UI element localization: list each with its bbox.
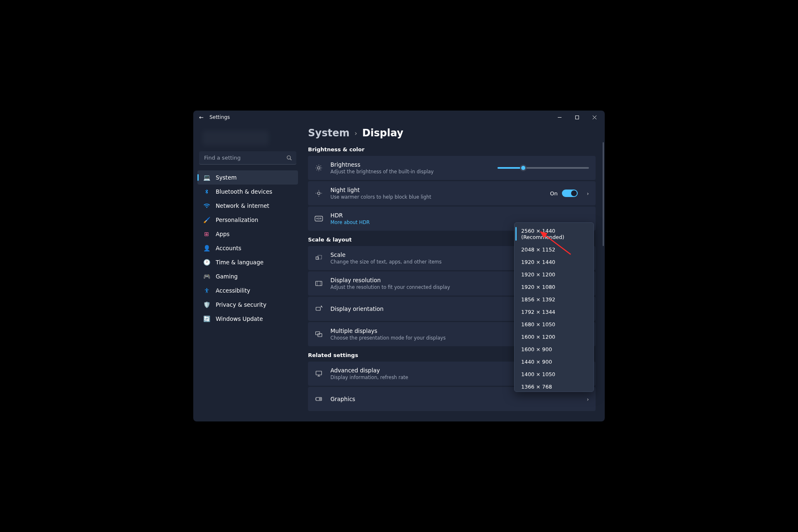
brightness-title: Brightness: [330, 161, 490, 168]
svg-rect-1: [575, 116, 579, 119]
app-title: Settings: [209, 114, 230, 120]
nav-label: Gaming: [216, 273, 238, 280]
back-button[interactable]: ←: [199, 114, 204, 121]
scrollbar[interactable]: [603, 142, 604, 246]
graphics-title: Graphics: [330, 396, 578, 402]
nav-item-network-internet[interactable]: Network & internet: [197, 199, 298, 213]
sidebar: 💻SystemBluetooth & devicesNetwork & inte…: [193, 124, 302, 421]
night-light-icon: [315, 190, 323, 197]
nav-item-accounts[interactable]: 👤Accounts: [197, 241, 298, 255]
resolution-option[interactable]: 1366 × 768: [516, 380, 592, 390]
profile-area: [202, 131, 269, 145]
nav: 💻SystemBluetooth & devicesNetwork & inte…: [196, 170, 300, 326]
resolution-option[interactable]: 1856 × 1392: [516, 293, 592, 305]
nav-label: Accessibility: [216, 287, 250, 294]
nav-icon: 🛡️: [203, 301, 210, 308]
svg-rect-31: [316, 371, 322, 375]
hdr-title: HDR: [330, 212, 589, 219]
resolution-option[interactable]: 1440 × 900: [516, 355, 592, 368]
resolution-option[interactable]: 1920 × 1200: [516, 268, 592, 281]
nav-icon: 🎮: [203, 273, 210, 280]
orientation-icon: [315, 305, 323, 313]
svg-line-11: [320, 170, 321, 170]
nav-item-personalization[interactable]: 🖌️Personalization: [197, 213, 298, 227]
resolution-option[interactable]: 1400 × 1050: [516, 368, 592, 380]
night-light-card[interactable]: Night light Use warmer colors to help bl…: [308, 181, 596, 205]
brightness-card[interactable]: Brightness Adjust the brightness of the …: [308, 156, 596, 180]
resolution-icon: [315, 280, 323, 287]
night-light-toggle[interactable]: [562, 190, 578, 197]
nav-icon: 🖌️: [203, 217, 210, 223]
nav-label: Personalization: [216, 217, 258, 223]
nav-label: Time & language: [216, 259, 264, 266]
chevron-right-icon: ›: [355, 129, 357, 137]
svg-line-5: [290, 159, 292, 160]
nav-label: Windows Update: [216, 315, 263, 322]
night-light-desc: Use warmer colors to help block blue lig…: [330, 194, 542, 200]
brightness-slider[interactable]: [498, 167, 589, 169]
nav-item-privacy-security[interactable]: 🛡️Privacy & security: [197, 298, 298, 312]
breadcrumb-parent[interactable]: System: [308, 127, 350, 139]
nav-item-bluetooth-devices[interactable]: Bluetooth & devices: [197, 185, 298, 199]
nav-label: Bluetooth & devices: [216, 188, 272, 195]
svg-line-15: [320, 166, 321, 166]
nav-icon: 🔄: [203, 315, 210, 322]
nav-label: Network & internet: [216, 202, 269, 209]
breadcrumb: System › Display: [308, 127, 596, 139]
nav-item-gaming[interactable]: 🎮Gaming: [197, 269, 298, 283]
nav-label: Accounts: [216, 245, 241, 251]
resolution-option[interactable]: 1600 × 1200: [516, 330, 592, 343]
monitor-icon: [315, 370, 323, 377]
resolution-option[interactable]: 2048 × 1152: [516, 243, 592, 256]
resolution-option[interactable]: 1920 × 1080: [516, 281, 592, 293]
chevron-right-icon: ›: [587, 396, 589, 402]
nav-item-system[interactable]: 💻System: [197, 170, 298, 185]
svg-point-35: [319, 398, 321, 400]
main-content: System › Display Brightness & color Brig…: [302, 124, 605, 421]
svg-rect-25: [316, 281, 322, 286]
night-light-title: Night light: [330, 187, 542, 193]
close-button[interactable]: [586, 111, 603, 124]
nav-icon: [203, 188, 210, 195]
nav-icon: [203, 202, 210, 209]
nav-label: Privacy & security: [216, 301, 266, 308]
nav-label: Apps: [216, 231, 229, 237]
hdr-icon: HDR: [315, 216, 323, 222]
nav-icon: 🕐: [203, 259, 210, 266]
svg-point-7: [318, 167, 320, 169]
svg-line-14: [317, 170, 317, 170]
nav-item-windows-update[interactable]: 🔄Windows Update: [197, 312, 298, 326]
breadcrumb-current: Display: [362, 127, 403, 139]
brightness-desc: Adjust the brightness of the built-in di…: [330, 169, 490, 175]
svg-rect-28: [316, 307, 320, 310]
night-light-state: On: [550, 190, 557, 197]
settings-window: ← Settings 💻SystemBluetooth & devicesNet…: [193, 111, 605, 421]
search-input[interactable]: [199, 151, 296, 165]
resolution-option[interactable]: 1600 × 900: [516, 343, 592, 355]
resolution-option[interactable]: 1680 × 1050: [516, 318, 592, 330]
resolution-dropdown[interactable]: 2560 × 1440 (Recommended)2048 × 11521920…: [514, 222, 594, 392]
graphics-icon: [315, 395, 323, 403]
nav-label: System: [216, 174, 236, 181]
nav-icon: ⊞: [203, 231, 210, 237]
svg-line-10: [317, 166, 317, 166]
resolution-option[interactable]: 1920 × 1440: [516, 256, 592, 268]
maximize-button[interactable]: [568, 111, 586, 124]
minimize-button[interactable]: [551, 111, 568, 124]
resolution-option[interactable]: 1792 × 1344: [516, 305, 592, 318]
svg-point-4: [287, 156, 291, 159]
multiple-displays-icon: [315, 330, 323, 338]
search-icon: [286, 155, 292, 163]
svg-rect-23: [316, 257, 318, 259]
chevron-right-icon: ›: [587, 190, 589, 197]
nav-icon: 👤: [203, 245, 210, 251]
svg-point-6: [206, 288, 207, 289]
scale-icon: [315, 254, 323, 262]
nav-item-time-language[interactable]: 🕐Time & language: [197, 255, 298, 269]
svg-point-16: [318, 192, 320, 195]
resolution-option[interactable]: 2560 × 1440 (Recommended): [516, 224, 592, 243]
nav-item-apps[interactable]: ⊞Apps: [197, 227, 298, 241]
nav-item-accessibility[interactable]: Accessibility: [197, 283, 298, 298]
section-title-brightness: Brightness & color: [308, 146, 596, 153]
titlebar: ← Settings: [193, 111, 605, 124]
